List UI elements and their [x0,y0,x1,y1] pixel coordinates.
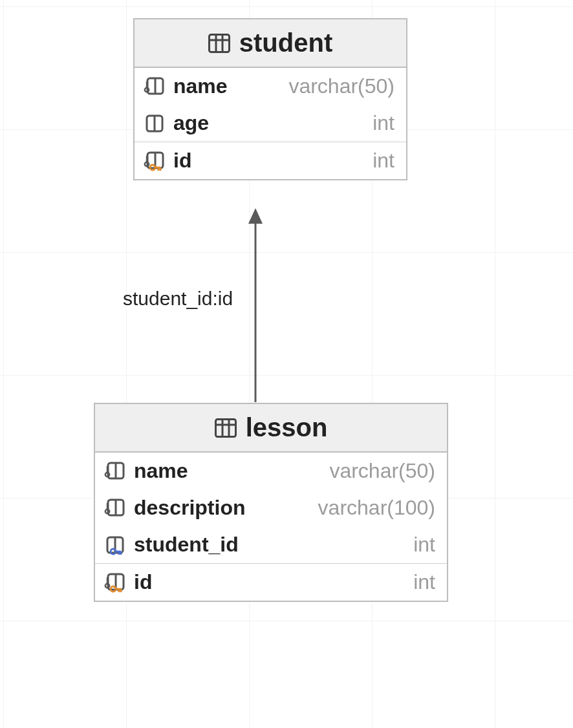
column-name: id [134,570,152,594]
svg-point-34 [111,549,116,554]
table-icon [215,418,237,438]
column-row: name varchar(50) [95,453,447,489]
column-plain-icon [144,112,166,134]
column-name: age [173,111,209,135]
column-row: id int [135,142,406,179]
column-type: int [373,149,395,173]
diagram-canvas[interactable]: student_id:id student [0,0,573,728]
relationship-label: student_id:id [123,288,233,310]
column-row: description varchar(100) [95,489,447,526]
column-indexed-icon [104,460,126,482]
entity-header: student [135,19,406,68]
column-indexed-icon [144,76,166,98]
column-row: name varchar(50) [135,68,406,105]
column-type: varchar(100) [318,496,435,520]
entity-title: student [239,28,332,58]
table-icon [208,34,230,53]
column-type: varchar(50) [329,459,435,483]
column-name: id [173,149,191,173]
column-pk-icon [104,572,126,594]
entity-student[interactable]: student name varchar(50) [133,18,407,180]
column-type: int [413,570,435,594]
column-type: int [413,533,435,557]
column-type: int [373,111,395,135]
column-type: varchar(50) [288,74,395,98]
svg-rect-2 [209,34,229,52]
column-row: id int [95,563,447,601]
column-row: age int [135,105,406,142]
svg-marker-1 [248,208,263,224]
column-fk-icon [104,534,126,556]
relationship-arrow [246,208,265,409]
entity-title: lesson [246,413,328,442]
column-name: description [134,496,245,520]
column-name: student_id [134,533,239,557]
column-pk-icon [144,150,166,172]
column-name: name [173,74,228,98]
entity-lesson[interactable]: lesson name varchar(50) [94,403,448,602]
column-indexed-icon [104,497,126,519]
svg-rect-20 [215,419,235,436]
entity-header: lesson [95,404,447,453]
column-name: name [134,459,188,483]
column-row: student_id int [95,526,447,563]
